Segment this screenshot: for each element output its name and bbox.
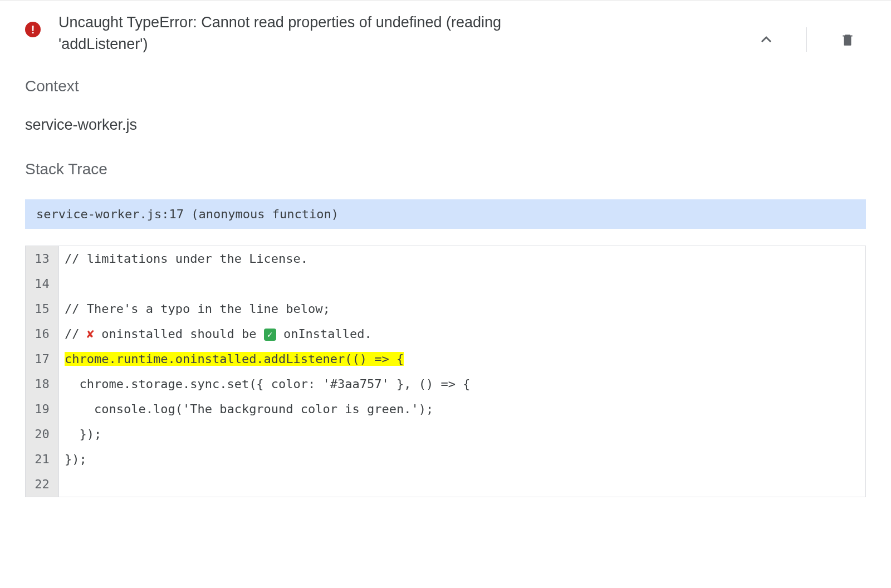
code-row: 17chrome.runtime.oninstalled.addListener… bbox=[26, 346, 866, 371]
error-icon bbox=[25, 22, 41, 37]
code-line: chrome.storage.sync.set({ color: '#3aa75… bbox=[59, 371, 866, 396]
actions-divider bbox=[806, 27, 807, 52]
line-number: 13 bbox=[26, 246, 59, 272]
code-line: }); bbox=[59, 447, 866, 472]
line-number: 19 bbox=[26, 396, 59, 422]
code-line bbox=[59, 472, 866, 497]
code-row: 20 }); bbox=[26, 422, 866, 447]
line-number: 21 bbox=[26, 447, 59, 472]
code-line: // ✘ oninstalled should be ✓ onInstalled… bbox=[59, 321, 866, 346]
context-filename: service-worker.js bbox=[25, 116, 866, 134]
line-number: 20 bbox=[26, 422, 59, 447]
error-title: Uncaught TypeError: Cannot read properti… bbox=[58, 12, 537, 55]
stack-frame[interactable]: service-worker.js:17 (anonymous function… bbox=[25, 199, 866, 229]
code-row: 19 console.log('The background color is … bbox=[26, 396, 866, 422]
collapse-chevron-icon[interactable] bbox=[760, 33, 773, 46]
code-block: 13// limitations under the License.14 15… bbox=[25, 246, 866, 497]
stacktrace-heading: Stack Trace bbox=[25, 160, 866, 178]
header-actions bbox=[760, 12, 866, 52]
code-row: 14 bbox=[26, 271, 866, 296]
code-line: }); bbox=[59, 422, 866, 447]
highlighted-line: chrome.runtime.oninstalled.addListener((… bbox=[65, 352, 404, 366]
code-row: 13// limitations under the License. bbox=[26, 246, 866, 272]
error-header: Uncaught TypeError: Cannot read properti… bbox=[25, 12, 866, 55]
check-mark-icon: ✓ bbox=[264, 329, 276, 341]
delete-trash-icon[interactable] bbox=[840, 31, 855, 48]
code-line: // There's a typo in the line below; bbox=[59, 296, 866, 321]
code-line: // limitations under the License. bbox=[59, 246, 866, 272]
code-row: 22 bbox=[26, 472, 866, 497]
code-row: 15// There's a typo in the line below; bbox=[26, 296, 866, 321]
line-number: 14 bbox=[26, 271, 59, 296]
line-number: 17 bbox=[26, 346, 59, 371]
code-line: chrome.runtime.oninstalled.addListener((… bbox=[59, 346, 866, 371]
code-line bbox=[59, 271, 866, 296]
line-number: 16 bbox=[26, 321, 59, 346]
context-heading: Context bbox=[25, 77, 866, 95]
code-row: 16// ✘ oninstalled should be ✓ onInstall… bbox=[26, 321, 866, 346]
cross-mark-icon: ✘ bbox=[87, 327, 94, 341]
code-row: 18 chrome.storage.sync.set({ color: '#3a… bbox=[26, 371, 866, 396]
error-icon-wrap bbox=[25, 12, 41, 37]
code-row: 21}); bbox=[26, 447, 866, 472]
line-number: 22 bbox=[26, 472, 59, 497]
line-number: 18 bbox=[26, 371, 59, 396]
line-number: 15 bbox=[26, 296, 59, 321]
code-line: console.log('The background color is gre… bbox=[59, 396, 866, 422]
